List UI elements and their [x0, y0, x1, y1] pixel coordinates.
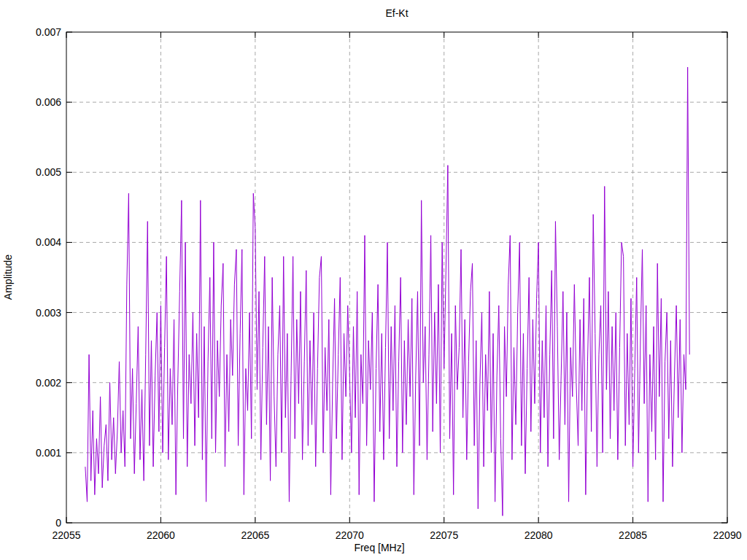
y-tick-label: 0.006: [36, 96, 61, 108]
y-tick-label: 0.002: [36, 377, 61, 389]
x-tick-label: 22060: [147, 529, 175, 541]
y-tick-label: 0.007: [36, 26, 61, 38]
chart-canvas: 2205522060220652207022075220802208522090…: [0, 0, 747, 560]
x-tick-label: 22085: [619, 529, 647, 541]
x-tick-label: 22080: [525, 529, 553, 541]
x-tick-label: 22055: [53, 529, 81, 541]
x-tick-label: 22065: [241, 529, 269, 541]
y-axis-label: Amplitude: [2, 254, 14, 300]
x-tick-label: 22070: [336, 529, 364, 541]
x-tick-labels: 2205522060220652207022075220802208522090: [53, 529, 742, 541]
y-tick-label: 0.005: [36, 166, 61, 178]
x-axis-label: Freq [MHz]: [354, 542, 404, 553]
x-tick-label: 22075: [430, 529, 458, 541]
y-tick-label: 0.004: [36, 236, 61, 248]
data-series-line: [85, 67, 689, 516]
y-tick-labels: 00.0010.0020.0030.0040.0050.0060.007: [36, 26, 61, 529]
y-tick-label: 0.001: [36, 447, 61, 459]
x-tick-label: 22090: [713, 529, 742, 541]
y-tick-label: 0.003: [36, 307, 61, 319]
chart-window: 2205522060220652207022075220802208522090…: [0, 0, 747, 560]
chart-title: Ef-Kt: [385, 7, 408, 19]
y-tick-label: 0: [55, 517, 61, 529]
